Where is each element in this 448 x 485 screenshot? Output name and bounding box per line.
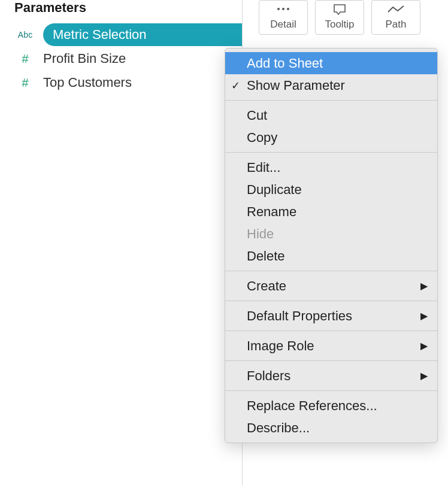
- menu-item-label: Describe...: [247, 420, 310, 436]
- check-icon: ✓: [231, 79, 240, 92]
- marks-button-label: Tooltip: [325, 19, 354, 31]
- marks-button-label: Detail: [270, 19, 296, 31]
- svg-point-0: [277, 8, 280, 10]
- submenu-arrow-icon: ▶: [420, 370, 428, 381]
- marks-tooltip-button[interactable]: Tooltip: [315, 0, 364, 35]
- menu-item-label: Cut: [247, 108, 267, 123]
- tooltip-icon: [331, 1, 348, 19]
- menu-item-label: Copy: [247, 130, 277, 146]
- menu-delete[interactable]: Delete: [225, 245, 437, 267]
- menu-item-label: Replace References...: [247, 398, 377, 414]
- svg-point-1: [282, 8, 284, 10]
- submenu-arrow-icon: ▶: [420, 280, 428, 292]
- menu-item-label: Show Parameter: [247, 78, 345, 93]
- menu-add-to-sheet[interactable]: Add to Sheet: [225, 52, 437, 74]
- menu-duplicate[interactable]: Duplicate: [225, 178, 437, 201]
- menu-item-label: Folders: [247, 368, 290, 384]
- menu-hide: Hide: [225, 223, 437, 245]
- marks-button-label: Path: [386, 19, 407, 31]
- menu-item-label: Duplicate: [247, 182, 302, 198]
- menu-folders[interactable]: Folders ▶: [225, 365, 437, 387]
- number-type-icon: #: [16, 51, 35, 66]
- number-type-icon: #: [16, 75, 35, 90]
- menu-item-label: Hide: [247, 226, 274, 242]
- menu-item-label: Delete: [247, 248, 285, 264]
- svg-point-2: [287, 8, 289, 10]
- menu-item-label: Edit...: [247, 160, 280, 175]
- menu-copy[interactable]: Copy: [225, 126, 437, 148]
- marks-card-row: Detail Tooltip Path: [259, 0, 420, 35]
- context-menu: Add to Sheet ✓ Show Parameter Cut Copy E…: [225, 48, 438, 443]
- menu-edit[interactable]: Edit...: [225, 156, 437, 178]
- menu-item-label: Image Role: [247, 338, 314, 354]
- menu-describe[interactable]: Describe...: [225, 417, 437, 439]
- menu-item-label: Rename: [247, 204, 296, 220]
- submenu-arrow-icon: ▶: [420, 310, 428, 322]
- submenu-arrow-icon: ▶: [420, 340, 428, 351]
- parameter-pill-label: Metric Selection: [53, 27, 147, 43]
- menu-default-properties[interactable]: Default Properties ▶: [225, 305, 437, 327]
- abc-type-icon: Abc: [16, 28, 35, 42]
- marks-detail-button[interactable]: Detail: [259, 0, 308, 35]
- menu-show-parameter[interactable]: ✓ Show Parameter: [225, 74, 437, 96]
- menu-item-label: Default Properties: [247, 308, 352, 324]
- menu-create[interactable]: Create ▶: [225, 275, 437, 297]
- menu-item-label: Create: [247, 278, 286, 294]
- menu-item-label: Add to Sheet: [247, 56, 323, 71]
- menu-cut[interactable]: Cut: [225, 104, 437, 126]
- menu-image-role[interactable]: Image Role ▶: [225, 335, 437, 357]
- path-icon: [387, 1, 405, 19]
- parameter-label: Top Customers: [43, 75, 132, 90]
- menu-rename[interactable]: Rename: [225, 201, 437, 223]
- menu-replace-references[interactable]: Replace References...: [225, 395, 437, 417]
- marks-path-button[interactable]: Path: [371, 0, 420, 35]
- detail-icon: [275, 1, 292, 19]
- parameter-label: Profit Bin Size: [43, 51, 126, 66]
